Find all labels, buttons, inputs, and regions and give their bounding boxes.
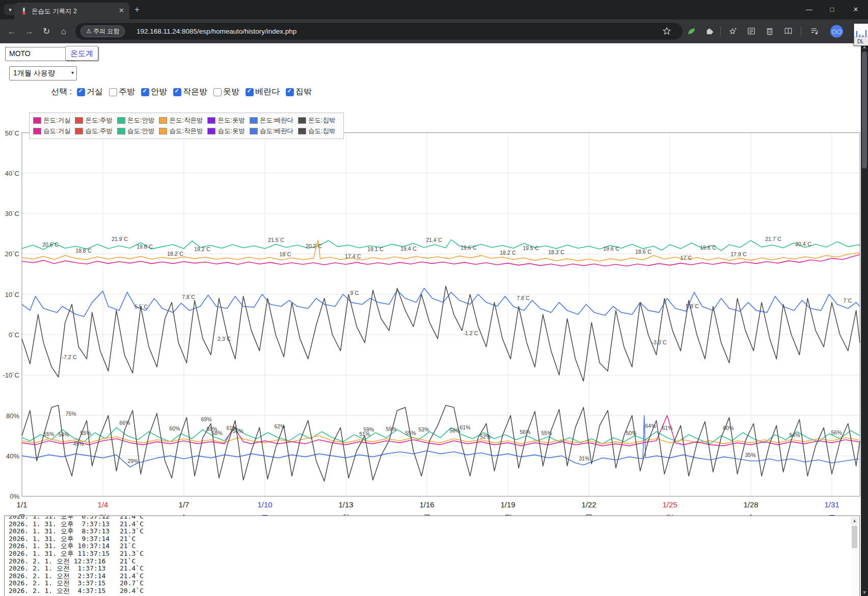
scroll-down-icon[interactable]: ▼ xyxy=(861,590,868,595)
url-text[interactable]: 192.168.11.24:8085/esp/homeauto/history/… xyxy=(137,23,296,40)
home-icon[interactable]: ⌂ xyxy=(56,19,71,43)
svg-text:62%: 62% xyxy=(274,423,285,429)
page-content: MOTO ▾ 온도계 1개월 사용량 ▾ 선택 : 거실주방안방작은방옷방베란다… xyxy=(0,43,868,596)
back-icon[interactable]: ← xyxy=(4,19,19,43)
svg-text:20`C: 20`C xyxy=(5,250,19,258)
room-checkbox[interactable]: 주방 xyxy=(109,87,135,97)
log-row: 2026. 1. 31. 오후 8:37:1321.3`C xyxy=(9,528,849,535)
avatar-glyph xyxy=(832,30,836,34)
svg-text:1/4: 1/4 xyxy=(98,500,108,509)
legend-item: 온도:거실 xyxy=(33,116,70,125)
reload-icon[interactable]: ↻ xyxy=(39,19,54,43)
new-tab-button[interactable]: + xyxy=(134,4,140,15)
svg-text:1/1: 1/1 xyxy=(17,500,28,509)
checkbox-checked-icon[interactable] xyxy=(173,88,181,96)
log-row: 2026. 1. 31. 오후 11:37:1521.3`C xyxy=(9,550,849,558)
svg-text:50`C: 50`C xyxy=(5,129,19,137)
bookmark-sparkle-icon[interactable] xyxy=(725,19,741,43)
svg-text:20.2`C: 20.2`C xyxy=(306,243,322,249)
warning-icon: ⚠ xyxy=(86,28,93,35)
graph-bar xyxy=(862,35,863,37)
checkbox-checked-icon[interactable] xyxy=(77,88,85,96)
page-scrollbar[interactable]: ▲ ▼ xyxy=(861,43,868,596)
svg-text:18.3`C: 18.3`C xyxy=(548,249,564,255)
log-scrollbar[interactable]: ▲ xyxy=(851,517,858,596)
browser-tab[interactable]: 온습도 기록지 2 ✕ xyxy=(14,3,129,19)
svg-text:2.3`C: 2.3`C xyxy=(218,336,231,342)
legend-swatch-icon xyxy=(117,128,125,134)
room-checkbox-label: 안방 xyxy=(151,87,167,97)
legend-item: 온도:옷방 xyxy=(207,116,245,125)
forward-icon[interactable]: → xyxy=(21,19,37,43)
svg-text:1/28: 1/28 xyxy=(743,500,758,509)
legend-swatch-icon xyxy=(250,117,258,124)
log-row: 2026. 2. 1. 오전 4:37:1520.4`C xyxy=(9,587,849,595)
log-scrollbar-thumb[interactable] xyxy=(852,526,857,548)
svg-text:58%: 58% xyxy=(449,427,460,434)
log-textarea[interactable]: 2026. 1. 31. 오후 6:37:1221.4`C2026. 1. 31… xyxy=(4,516,860,596)
window-maximize-button[interactable]: □ xyxy=(821,0,844,19)
leaf-extension-icon[interactable] xyxy=(684,19,699,43)
log-row: 2026. 1. 31. 오후 9:37:1421`C xyxy=(9,535,849,543)
svg-text:9`C: 9`C xyxy=(350,290,359,296)
svg-text:61%: 61% xyxy=(459,424,470,430)
playlist-music-icon[interactable] xyxy=(807,19,822,43)
svg-text:19.6`C: 19.6`C xyxy=(603,246,619,252)
window-minimize-button[interactable]: — xyxy=(798,0,821,19)
svg-text:10`C: 10`C xyxy=(5,291,19,299)
svg-text:50%: 50% xyxy=(626,430,636,436)
trash-icon[interactable] xyxy=(762,19,777,43)
site-warning-badge[interactable]: ⚠ 주의 요함 xyxy=(80,25,125,37)
tab-close-icon[interactable]: ✕ xyxy=(119,7,124,14)
legend-swatch-icon xyxy=(159,128,167,134)
scroll-up-icon[interactable]: ▲ xyxy=(851,517,858,525)
profile-avatar[interactable] xyxy=(830,25,843,38)
room-checkbox[interactable]: 베란다 xyxy=(246,87,280,97)
scrollbar-thumb[interactable] xyxy=(862,51,867,169)
svg-text:66%: 66% xyxy=(119,420,130,426)
checkbox-unchecked-icon[interactable] xyxy=(213,88,222,96)
application-window: ▾ 온습도 기록지 2 ✕ + — □ ✕ ← → ↻ ⌂ ⚠ 주의 요함 19… xyxy=(0,0,868,596)
checkbox-unchecked-icon[interactable] xyxy=(109,88,117,96)
window-close-button[interactable]: ✕ xyxy=(844,0,868,19)
room-checkbox-label: 주방 xyxy=(119,87,135,97)
bookmark-star-icon[interactable] xyxy=(662,26,671,38)
svg-text:18.2`C: 18.2`C xyxy=(500,250,516,256)
room-checkbox-row: 선택 : 거실주방안방작은방옷방베란다집밖 xyxy=(51,87,315,97)
svg-text:54%: 54% xyxy=(789,432,800,438)
url-bar[interactable]: ⚠ 주의 요함 192.168.11.24:8085/esp/homeauto/… xyxy=(75,23,683,40)
thermometer-button[interactable]: 온도계 xyxy=(65,46,98,61)
room-checkbox[interactable]: 옷방 xyxy=(213,87,239,97)
svg-text:1/16: 1/16 xyxy=(419,500,434,509)
room-checkbox-label: 옷방 xyxy=(223,87,239,97)
svg-text:56%: 56% xyxy=(520,429,530,435)
extensions-puzzle-icon[interactable] xyxy=(702,19,717,43)
legend-swatch-icon xyxy=(33,128,41,134)
svg-text:7.8`C: 7.8`C xyxy=(517,295,530,301)
checkbox-checked-icon[interactable] xyxy=(141,88,149,96)
reading-list-icon[interactable] xyxy=(744,19,759,43)
svg-text:61%: 61% xyxy=(662,425,672,431)
dl-label: DL xyxy=(854,38,868,45)
checkbox-checked-icon[interactable] xyxy=(286,88,294,96)
checkbox-checked-icon[interactable] xyxy=(246,88,254,96)
svg-text:20.4`C: 20.4`C xyxy=(795,241,811,247)
reader-book-icon[interactable] xyxy=(780,19,796,43)
room-checkbox[interactable]: 거실 xyxy=(77,87,103,97)
svg-text:21.9`C: 21.9`C xyxy=(112,236,128,242)
legend-swatch-icon xyxy=(33,117,41,124)
svg-text:80%: 80% xyxy=(6,412,19,420)
room-checkbox[interactable]: 집밖 xyxy=(286,87,312,97)
period-select[interactable]: 1개월 사용량 ▾ xyxy=(9,66,77,80)
svg-text:7.8`C: 7.8`C xyxy=(182,294,195,300)
download-speed-overlay[interactable]: DL xyxy=(854,23,868,46)
legend-item: 온도:작은방 xyxy=(159,116,203,125)
svg-text:64%: 64% xyxy=(645,423,656,429)
legend-item: 습도:주방 xyxy=(75,127,112,136)
svg-text:1/31: 1/31 xyxy=(824,500,839,509)
svg-text:1/19: 1/19 xyxy=(500,500,515,509)
svg-text:54%: 54% xyxy=(58,431,69,438)
room-checkbox[interactable]: 작은방 xyxy=(173,87,207,97)
room-checkbox[interactable]: 안방 xyxy=(141,87,167,97)
svg-text:19.5`C: 19.5`C xyxy=(523,245,539,251)
